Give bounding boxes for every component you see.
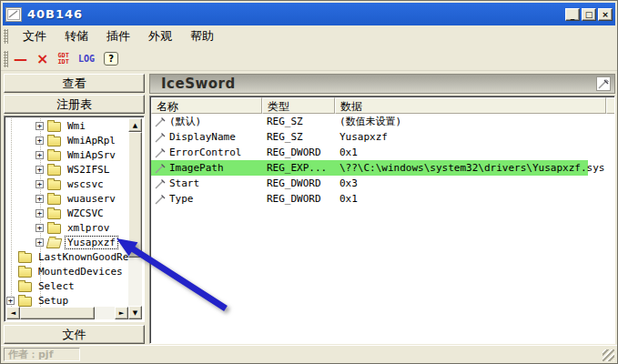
tree-item-label[interactable]: wscsvc: [65, 177, 106, 191]
expand-plus-icon[interactable]: +: [35, 122, 44, 130]
tree-item-label[interactable]: Yusapxzf: [65, 236, 118, 249]
view-section-button[interactable]: 查看: [4, 74, 145, 93]
value-data: 0x1: [335, 193, 613, 205]
tree-item-label[interactable]: MountedDevices: [35, 265, 126, 278]
folder-icon: [18, 297, 32, 307]
tree-item[interactable]: + WS2IFSL: [6, 162, 128, 177]
idt-label: IDT: [57, 59, 69, 66]
expand-plus-icon[interactable]: +: [35, 224, 44, 232]
scroll-down-icon[interactable]: ▼: [128, 306, 142, 319]
content-area: 查看 注册表 + Wmi: [1, 71, 617, 345]
expand-plus-icon[interactable]: +: [35, 180, 44, 188]
registry-value-row[interactable]: ErrorControl REG_DWORD 0x1: [151, 145, 613, 160]
scroll-up-icon[interactable]: ▲: [128, 118, 142, 132]
app-window: 40B146 _ □ × 文件 转储 插件 外观 帮助 — ×: [0, 0, 618, 364]
vscroll-thumb[interactable]: [128, 132, 142, 258]
menu-item[interactable]: 转储: [56, 26, 97, 46]
menubar-grip-icon[interactable]: [4, 29, 8, 44]
main-panel: IceSword 名称 类型 数据: [149, 74, 615, 344]
menu-items: 文件 转储 插件 外观 帮助: [14, 26, 223, 46]
author-label: 作者：pjf: [4, 348, 80, 361]
value-sword-icon: [154, 193, 166, 205]
column-header-data[interactable]: 数据: [335, 97, 606, 114]
registry-values-panel: 名称 类型 数据: [149, 96, 615, 344]
column-header-name[interactable]: 名称: [151, 97, 262, 114]
expand-plus-icon[interactable]: +: [6, 297, 15, 305]
toolbar-grip-icon[interactable]: [4, 51, 8, 67]
menu-item[interactable]: 帮助: [181, 26, 223, 46]
value-name: DisplayName: [169, 131, 236, 143]
unload-tool-icon[interactable]: —: [14, 55, 27, 64]
minimize-button[interactable]: _: [565, 8, 580, 21]
tree-item[interactable]: + WmiApRpl: [6, 133, 128, 147]
column-header-filler: [606, 97, 615, 114]
column-header-type[interactable]: 类型: [262, 97, 335, 114]
tree-item-label[interactable]: WS2IFSL: [65, 163, 112, 177]
expand-plus-icon[interactable]: +: [35, 151, 44, 159]
close-button[interactable]: ×: [598, 8, 613, 21]
resize-grip-icon[interactable]: [603, 349, 614, 361]
tree-horizontal-scrollbar[interactable]: ◄ ►: [6, 307, 128, 319]
value-type: REG_SZ: [262, 131, 335, 143]
registry-value-row[interactable]: Type REG_DWORD 0x1: [151, 191, 613, 207]
tree-item[interactable]: + wuauserv: [6, 191, 128, 206]
expand-plus-icon[interactable]: +: [35, 209, 44, 217]
tree-item[interactable]: + Select: [6, 278, 128, 293]
tree-vertical-scrollbar[interactable]: ▲ ▼: [128, 118, 142, 319]
delete-tool-icon[interactable]: ×: [36, 53, 48, 66]
gdt-idt-tool-icon[interactable]: GDT IDT: [57, 53, 69, 66]
expand-plus-icon[interactable]: +: [35, 195, 44, 203]
tree-item[interactable]: + wscsvc: [6, 177, 128, 191]
value-type: REG_DWORD: [262, 147, 335, 158]
tree-item-label[interactable]: wuauserv: [65, 192, 118, 206]
tree-item[interactable]: + Yusapxzf: [6, 235, 128, 249]
menu-item[interactable]: 插件: [97, 26, 139, 46]
tree-item-label[interactable]: Select: [35, 279, 77, 293]
value-sword-icon: [154, 116, 166, 127]
value-type: REG_DWORD: [262, 193, 335, 205]
help-tool-icon[interactable]: ?: [104, 52, 118, 66]
tree-item[interactable]: + LastKnownGoodRec: [6, 249, 128, 264]
tree-item[interactable]: + Wmi: [6, 118, 128, 133]
expand-plus-icon[interactable]: +: [35, 136, 44, 145]
value-sword-icon: [154, 162, 166, 174]
tree-item-label[interactable]: WZCSVC: [65, 207, 106, 220]
folder-icon: [18, 282, 32, 292]
log-tool-icon[interactable]: LOG: [78, 54, 95, 64]
tree-item[interactable]: + Setup: [6, 293, 128, 307]
expand-plus-icon[interactable]: +: [35, 238, 44, 247]
scroll-left-icon[interactable]: ◄: [6, 307, 20, 319]
folder-icon: [47, 151, 61, 161]
sidebar: 查看 注册表 + Wmi: [4, 74, 145, 344]
folder-icon: [47, 122, 61, 132]
tree-item-label[interactable]: LastKnownGoodRec: [35, 250, 128, 264]
tree-item-label[interactable]: Setup: [35, 294, 71, 308]
hscroll-thumb[interactable]: [20, 307, 95, 319]
menu-item[interactable]: 文件: [14, 26, 56, 46]
value-sword-icon: [154, 177, 166, 189]
statusbar: 作者：pjf: [1, 345, 617, 363]
registry-value-row[interactable]: Start REG_DWORD 0x3: [151, 176, 613, 191]
value-sword-icon: [154, 147, 166, 158]
tree-item[interactable]: + MountedDevices: [6, 264, 128, 278]
tree-item-label[interactable]: WmiApRpl: [65, 134, 118, 147]
hscroll-track[interactable]: [20, 307, 115, 319]
tree-item-label[interactable]: Wmi: [65, 119, 88, 133]
tree-item[interactable]: + WZCSVC: [6, 206, 128, 220]
list-header: 名称 类型 数据: [151, 97, 613, 114]
registry-section-button[interactable]: 注册表: [4, 95, 145, 114]
file-section-button[interactable]: 文件: [4, 325, 145, 344]
vscroll-track[interactable]: [128, 132, 142, 306]
tree-item[interactable]: + xmlprov: [6, 220, 128, 235]
maximize-button[interactable]: □: [582, 8, 596, 21]
expand-plus-icon[interactable]: +: [35, 166, 44, 174]
menu-item[interactable]: 外观: [139, 26, 181, 46]
tree-item-label[interactable]: WmiApSrv: [65, 148, 118, 162]
registry-value-row[interactable]: ImagePath REG_EXP... \??\C:\windows\syst…: [151, 160, 613, 176]
registry-value-row[interactable]: DisplayName REG_SZ Yusapxzf: [151, 129, 613, 145]
tree-item-label[interactable]: xmlprov: [65, 221, 112, 235]
tree-item[interactable]: + WmiApSrv: [6, 147, 128, 162]
scroll-right-icon[interactable]: ►: [115, 307, 128, 319]
app-icon: [5, 7, 22, 22]
registry-value-row[interactable]: (默认) REG_SZ (数值未设置): [151, 114, 613, 129]
